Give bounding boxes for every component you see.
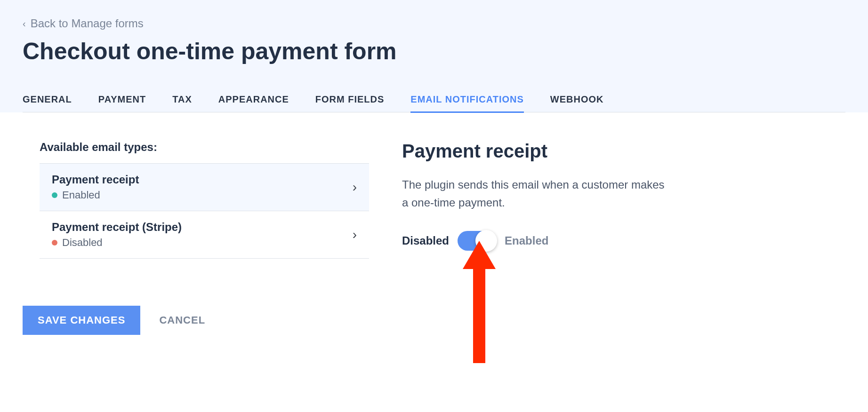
tab-appearance[interactable]: APPEARANCE xyxy=(218,87,289,112)
email-type-status: Enabled xyxy=(52,189,139,201)
chevron-right-icon: › xyxy=(353,227,357,242)
status-label: Enabled xyxy=(62,189,100,201)
enable-toggle[interactable] xyxy=(458,231,496,251)
tab-form-fields[interactable]: FORM FIELDS xyxy=(315,87,385,112)
email-type-item[interactable]: Payment receipt Enabled › xyxy=(40,164,369,211)
detail-title: Payment receipt xyxy=(402,141,845,162)
save-button[interactable]: SAVE CHANGES xyxy=(23,306,140,335)
toggle-knob xyxy=(475,230,497,252)
tab-email-notifications[interactable]: EMAIL NOTIFICATIONS xyxy=(410,87,523,113)
detail-description: The plugin sends this email when a custo… xyxy=(402,176,666,212)
tab-tax[interactable]: TAX xyxy=(172,87,192,112)
chevron-right-icon: › xyxy=(353,180,357,195)
email-type-list: Payment receipt Enabled › Payment receip… xyxy=(40,163,369,259)
toggle-label-disabled: Disabled xyxy=(402,234,449,247)
email-type-item[interactable]: Payment receipt (Stripe) Disabled › xyxy=(40,211,369,259)
tab-payment[interactable]: PAYMENT xyxy=(98,87,146,112)
email-types-heading: Available email types: xyxy=(40,141,369,154)
tab-webhook[interactable]: WEBHOOK xyxy=(550,87,604,112)
back-link-label: Back to Manage forms xyxy=(31,17,144,30)
page-title: Checkout one-time payment form xyxy=(23,38,845,65)
back-link[interactable]: ‹ Back to Manage forms xyxy=(23,17,144,30)
chevron-left-icon: ‹ xyxy=(23,18,26,29)
status-label: Disabled xyxy=(62,237,103,249)
status-dot-icon xyxy=(52,192,57,198)
cancel-button[interactable]: CANCEL xyxy=(159,314,205,326)
tab-general[interactable]: GENERAL xyxy=(23,87,72,112)
email-type-title: Payment receipt (Stripe) xyxy=(52,221,182,234)
email-type-title: Payment receipt xyxy=(52,173,139,186)
toggle-label-enabled: Enabled xyxy=(505,234,548,247)
tab-bar: GENERAL PAYMENT TAX APPEARANCE FORM FIEL… xyxy=(23,87,845,112)
email-type-status: Disabled xyxy=(52,237,182,249)
toggle-row: Disabled Enabled xyxy=(402,231,845,251)
status-dot-icon xyxy=(52,240,57,246)
